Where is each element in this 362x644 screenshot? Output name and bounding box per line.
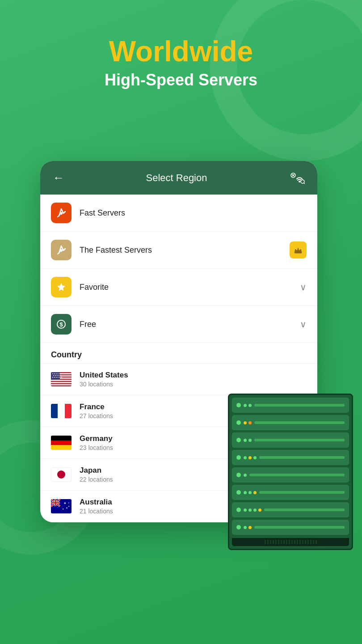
server-base-line bbox=[302, 540, 303, 544]
country-locations-us: 30 locations bbox=[80, 381, 307, 388]
server-dots-row bbox=[244, 508, 261, 512]
header-subtitle: High-Speed Servers bbox=[0, 71, 362, 89]
server-dots-row bbox=[244, 474, 247, 477]
free-label: Free bbox=[80, 320, 300, 329]
server-base-line bbox=[281, 540, 282, 544]
server-base-line bbox=[275, 540, 277, 544]
header-wifi-search-icon[interactable] bbox=[289, 172, 305, 184]
server-dot bbox=[248, 508, 252, 512]
server-rack bbox=[228, 394, 353, 550]
server-bar bbox=[254, 526, 345, 529]
crown-icon bbox=[290, 242, 307, 258]
flag-de bbox=[51, 436, 72, 450]
free-item[interactable]: $ Free ∨ bbox=[40, 306, 317, 343]
country-name-us: United States bbox=[80, 371, 307, 380]
server-unit bbox=[232, 450, 349, 465]
server-dot bbox=[236, 490, 241, 495]
card-title: Select Region bbox=[146, 172, 207, 184]
flag-jp bbox=[51, 467, 72, 482]
server-base-line bbox=[316, 540, 317, 544]
server-base-line bbox=[307, 540, 309, 544]
server-dot bbox=[248, 421, 252, 424]
fastest-servers-label: The Fastest Servers bbox=[80, 246, 290, 255]
country-label: Country bbox=[51, 350, 82, 359]
server-dot bbox=[236, 420, 241, 425]
server-dot bbox=[248, 526, 252, 529]
server-base-line bbox=[291, 540, 293, 544]
server-base-lines bbox=[265, 540, 317, 544]
server-dot bbox=[244, 508, 247, 512]
svg-rect-30 bbox=[55, 499, 56, 506]
server-dot bbox=[248, 491, 252, 494]
server-dot bbox=[244, 404, 247, 407]
country-section-header: Country bbox=[40, 343, 317, 364]
server-dot bbox=[236, 438, 241, 442]
server-dot bbox=[236, 455, 241, 460]
server-bar bbox=[254, 421, 345, 424]
fastest-servers-icon bbox=[51, 240, 72, 260]
server-base-line bbox=[278, 540, 279, 544]
server-dots-row bbox=[244, 456, 257, 459]
server-unit bbox=[232, 520, 349, 535]
server-dot bbox=[236, 403, 241, 407]
svg-point-7 bbox=[60, 249, 63, 252]
server-base-line bbox=[297, 540, 298, 544]
svg-point-3 bbox=[299, 181, 300, 182]
server-dot bbox=[244, 456, 247, 459]
svg-text:★★★★★★: ★★★★★★ bbox=[52, 376, 63, 378]
server-base-line bbox=[294, 540, 295, 544]
svg-rect-16 bbox=[51, 382, 72, 383]
back-button[interactable]: ← bbox=[53, 171, 64, 185]
server-dot bbox=[253, 456, 257, 459]
background: Worldwide High-Speed Servers ← Select Re… bbox=[0, 0, 362, 644]
svg-text:✦: ✦ bbox=[63, 501, 67, 505]
server-dot bbox=[248, 456, 252, 459]
server-dots-row bbox=[244, 439, 252, 442]
card-header: ← Select Region bbox=[40, 161, 317, 195]
server-dot bbox=[248, 439, 252, 442]
fastest-servers-item[interactable]: The Fastest Servers bbox=[40, 232, 317, 269]
server-bar bbox=[254, 404, 345, 407]
server-unit bbox=[232, 415, 349, 430]
server-unit bbox=[232, 398, 349, 413]
svg-point-6 bbox=[60, 212, 63, 215]
server-bar bbox=[259, 456, 345, 459]
server-base-line bbox=[286, 540, 287, 544]
server-unit bbox=[232, 485, 349, 500]
svg-rect-17 bbox=[51, 384, 72, 385]
svg-text:$: $ bbox=[59, 321, 63, 328]
server-dot bbox=[244, 421, 247, 424]
server-base-line bbox=[310, 540, 311, 544]
server-dots-row bbox=[244, 526, 252, 529]
fast-servers-item[interactable]: Fast Servers bbox=[40, 195, 317, 232]
server-dot bbox=[258, 508, 261, 512]
server-unit bbox=[232, 432, 349, 448]
server-unit bbox=[232, 502, 349, 517]
server-dot bbox=[244, 474, 247, 477]
server-dot bbox=[244, 439, 247, 442]
server-dot bbox=[236, 525, 241, 530]
server-bar bbox=[249, 474, 345, 476]
server-bar bbox=[254, 439, 345, 441]
fast-servers-icon bbox=[51, 203, 72, 223]
server-unit bbox=[232, 467, 349, 483]
svg-line-5 bbox=[304, 183, 305, 184]
server-bar bbox=[259, 491, 345, 494]
favorite-label: Favorite bbox=[80, 283, 300, 292]
flag-au: ✦ ✦ ✦ ✦ ✦ bbox=[51, 499, 72, 513]
country-info-us: United States 30 locations bbox=[80, 371, 307, 388]
server-dot bbox=[253, 508, 257, 512]
server-dots-row bbox=[244, 404, 252, 407]
server-base-line bbox=[267, 540, 269, 544]
favorite-chevron: ∨ bbox=[300, 282, 307, 292]
country-item-us[interactable]: ★★★★★★ ★★★★★ ★★★★★★ United States 30 loc… bbox=[40, 364, 317, 395]
free-icon: $ bbox=[51, 314, 72, 335]
server-dot bbox=[253, 491, 257, 494]
server-dot bbox=[236, 508, 241, 512]
server-dot bbox=[244, 491, 247, 494]
server-illustration bbox=[228, 394, 353, 550]
server-base-line bbox=[283, 540, 285, 544]
header-area: Worldwide High-Speed Servers bbox=[0, 0, 362, 107]
server-base-line bbox=[313, 540, 314, 544]
favorite-item[interactable]: Favorite ∨ bbox=[40, 269, 317, 306]
